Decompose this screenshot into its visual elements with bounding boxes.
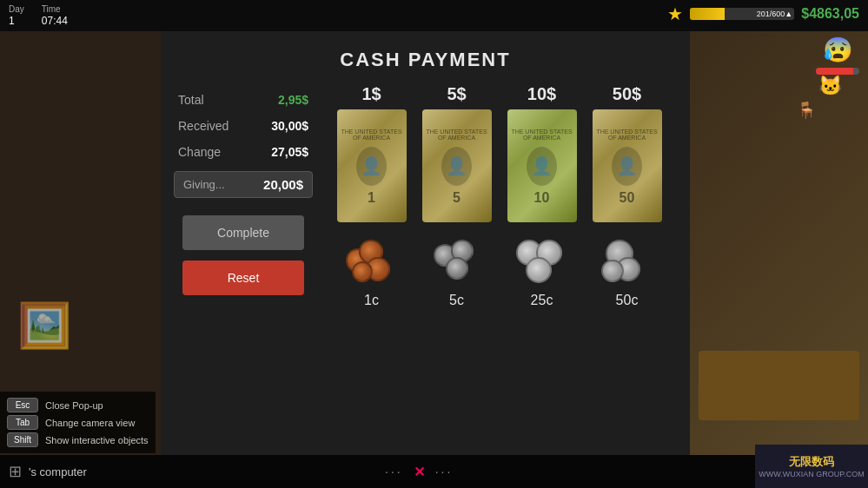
bill-10-label: 10$ xyxy=(527,84,556,104)
change-label: Change xyxy=(178,145,221,159)
bill-5-button[interactable]: THE UNITED STATESOF AMERICA 👤 5 xyxy=(422,109,492,222)
day-value: 1 xyxy=(9,15,24,29)
change-row: Change 27,05$ xyxy=(174,145,313,159)
coin-50c-col: 50c xyxy=(588,235,666,308)
bill-10-col: 10$ THE UNITED STATESOF AMERICA 👤 10 xyxy=(503,84,581,222)
top-bar: Day 1 Time 07:44 ★ 201/600▲ $4863,05 xyxy=(0,0,868,31)
coin-5c-label: 5c xyxy=(449,293,464,308)
complete-button[interactable]: Complete xyxy=(182,215,304,250)
cat-face-icon: 😰 xyxy=(823,36,853,64)
shift-key: Shift xyxy=(7,432,38,447)
watermark-sub: WWW.WUXIAN GROUP.COM xyxy=(759,470,864,478)
time-display: Time 07:44 xyxy=(42,3,68,29)
total-row: Total 2,95$ xyxy=(174,93,313,107)
day-display: Day 1 xyxy=(9,3,24,29)
received-label: Received xyxy=(178,119,229,133)
bill-1-text: THE UNITED STATESOF AMERICA xyxy=(339,127,403,142)
money-display: $4863,05 xyxy=(801,6,859,22)
coin-1c-button[interactable] xyxy=(341,235,402,287)
bill-5-col: 5$ THE UNITED STATESOF AMERICA 👤 5 xyxy=(418,84,496,222)
coins-row: 1c 5c xyxy=(321,235,677,308)
xp-bar: 201/600▲ xyxy=(690,8,794,20)
coin-50c-c xyxy=(601,260,624,282)
giving-label: Giving... xyxy=(183,178,225,191)
star-icon: ★ xyxy=(667,3,683,24)
bill-1-inner: THE UNITED STATESOF AMERICA 👤 1 xyxy=(337,109,407,222)
coin-50c-button[interactable] xyxy=(597,235,658,287)
shortcut-esc-row: Esc Close Pop-up xyxy=(7,398,149,412)
coin-25c-label: 25c xyxy=(531,293,553,308)
bottom-dots-right: ··· xyxy=(435,465,454,478)
scene-item2: 🪑 xyxy=(797,101,816,120)
info-panel: Total 2,95$ Received 30,00$ Change 27,05… xyxy=(174,84,313,455)
bills-row: 1$ THE UNITED STATESOF AMERICA 👤 1 5$ xyxy=(321,84,677,222)
grid-icon: ⊞ xyxy=(9,462,22,481)
bill-50-inner: THE UNITED STATESOF AMERICA 👤 50 xyxy=(593,109,662,222)
coin-1c-d xyxy=(352,261,373,282)
giving-value: 20,00$ xyxy=(263,177,303,192)
coin-5c-col: 5c xyxy=(418,235,496,308)
coin-1c-col: 1c xyxy=(333,235,411,308)
watermark: 无限数码 WWW.WUXIAN GROUP.COM xyxy=(755,445,868,488)
shift-label: Show interactive objects xyxy=(45,435,149,445)
watermark-top: 无限数码 xyxy=(789,454,834,470)
coin-25c-col: 25c xyxy=(503,235,581,308)
stress-indicator: 😰 xyxy=(807,31,868,101)
keyboard-shortcuts: Esc Close Pop-up Tab Change camera view … xyxy=(0,392,156,453)
time-value: 07:44 xyxy=(42,15,68,29)
bill-50-text: THE UNITED STATESOF AMERICA xyxy=(594,127,659,142)
modal-title: CASH PAYMENT xyxy=(340,49,510,71)
esc-label: Close Pop-up xyxy=(45,400,103,411)
computer-label: 's computer xyxy=(29,465,385,478)
bill-50-denom: 50 xyxy=(620,190,635,206)
bill-1-label: 1$ xyxy=(361,84,381,104)
bill-10-text: THE UNITED STATESOF AMERICA xyxy=(509,127,573,142)
bill-5-text: THE UNITED STATESOF AMERICA xyxy=(424,127,488,142)
change-value: 27,05$ xyxy=(271,145,308,159)
bill-5-label: 5$ xyxy=(447,84,466,104)
reset-button[interactable]: Reset xyxy=(182,260,304,295)
bottom-bar: ⊞ 's computer ··· ✕ ··· 📶 08:00 xyxy=(0,455,868,488)
cash-area: 1$ THE UNITED STATESOF AMERICA 👤 1 5$ xyxy=(321,84,677,455)
giving-box: Giving... 20,00$ xyxy=(174,171,313,198)
shortcut-shift-row: Shift Show interactive objects xyxy=(7,432,149,447)
modal-body: Total 2,95$ Received 30,00$ Change 27,05… xyxy=(161,84,690,455)
coin-25c-button[interactable] xyxy=(512,235,573,287)
coin-1c-label: 1c xyxy=(364,293,379,308)
tab-label: Change camera view xyxy=(45,418,135,428)
bill-50-label: 50$ xyxy=(613,84,641,104)
bill-50-button[interactable]: THE UNITED STATESOF AMERICA 👤 50 xyxy=(593,109,662,222)
esc-key: Esc xyxy=(7,398,38,412)
bill-10-portrait: 👤 xyxy=(527,147,557,186)
bill-50-col: 50$ THE UNITED STATESOF AMERICA 👤 50 xyxy=(588,84,666,222)
xp-text: 201/600▲ xyxy=(757,8,792,20)
total-value: 2,95$ xyxy=(278,93,308,107)
bill-5-inner: THE UNITED STATESOF AMERICA 👤 5 xyxy=(422,109,492,222)
coin-5c-c xyxy=(446,257,468,280)
hud-right: ★ 201/600▲ $4863,05 xyxy=(667,3,859,24)
scene-counter xyxy=(699,351,859,420)
bill-50-portrait: 👤 xyxy=(612,147,642,186)
day-time-display: Day 1 Time 07:44 xyxy=(9,3,68,29)
day-label: Day xyxy=(9,3,24,15)
shortcut-tab-row: Tab Change camera view xyxy=(7,415,149,430)
bill-10-inner: THE UNITED STATESOF AMERICA 👤 10 xyxy=(507,109,577,222)
bottom-dots-left: ··· xyxy=(385,465,403,478)
coin-25c-c xyxy=(526,257,552,283)
bill-1-denom: 1 xyxy=(368,190,375,206)
room-object: 🖼️ xyxy=(17,300,71,351)
coin-50c-label: 50c xyxy=(616,293,639,308)
bill-1-portrait: 👤 xyxy=(356,147,387,186)
stress-bar xyxy=(816,68,859,75)
close-x-icon[interactable]: ✕ xyxy=(414,464,425,480)
stress-bar-fill xyxy=(816,68,853,75)
bill-10-button[interactable]: THE UNITED STATESOF AMERICA 👤 10 xyxy=(507,109,577,222)
bill-5-portrait: 👤 xyxy=(441,147,472,186)
xp-bar-fill xyxy=(690,8,725,20)
bill-10-denom: 10 xyxy=(534,190,550,206)
received-row: Received 30,00$ xyxy=(174,119,313,133)
bill-1-col: 1$ THE UNITED STATESOF AMERICA 👤 1 xyxy=(333,84,411,222)
tab-key: Tab xyxy=(7,415,38,430)
coin-5c-button[interactable] xyxy=(427,235,487,287)
bill-1-button[interactable]: THE UNITED STATESOF AMERICA 👤 1 xyxy=(337,109,407,222)
